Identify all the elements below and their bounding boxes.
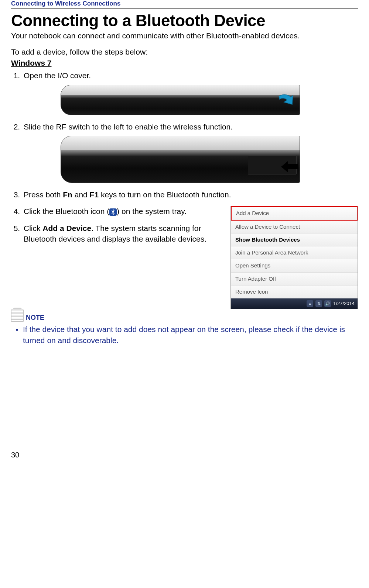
intro-paragraph: Your notebook can connect and communicat… xyxy=(11,31,358,41)
step-3: Press both Fn and F1 keys to turn on the… xyxy=(22,190,358,200)
tray-volume-icon[interactable]: 🔊 xyxy=(324,300,331,307)
taskbar-date: 1/27/2014 xyxy=(333,300,355,307)
note-icon xyxy=(11,309,24,322)
step-5-bold: Add a Device xyxy=(42,224,91,232)
step-1-text: Open the I/O cover. xyxy=(24,71,91,80)
note-block: NOTE If the device that you want to add … xyxy=(11,309,358,346)
os-heading: Windows 7 xyxy=(11,59,358,68)
menu-remove-icon[interactable]: Remove Icon xyxy=(231,286,358,298)
notebook-switch-image xyxy=(61,136,300,183)
page-title: Connecting to a Bluetooth Device xyxy=(11,11,358,30)
step-3-mid: and xyxy=(72,190,90,199)
taskbar: ▲ ⇅ 🔊 1/27/2014 xyxy=(231,298,358,309)
arrow-left-icon xyxy=(280,160,299,173)
key-fn: Fn xyxy=(63,190,72,199)
bluetooth-icon xyxy=(109,208,117,216)
note-header: NOTE xyxy=(11,309,358,322)
menu-add-device[interactable]: Add a Device xyxy=(231,206,358,220)
page-footer: 30 xyxy=(11,449,358,459)
step-3-post: keys to turn on the Bluetooth function. xyxy=(99,190,231,199)
step-5-pre: Click xyxy=(24,224,42,232)
menu-open-settings[interactable]: Open Settings xyxy=(231,259,358,272)
step-4: Add a Device Allow a Device to Connect S… xyxy=(22,206,358,217)
menu-show-devices[interactable]: Show Bluetooth Devices xyxy=(231,234,358,246)
figure-io-cover xyxy=(61,85,358,115)
note-list: If the device that you want to add does … xyxy=(11,324,358,346)
tray-expand-icon[interactable]: ▲ xyxy=(307,300,313,307)
note-label: NOTE xyxy=(26,314,44,322)
step-2-text: Slide the RF switch to the left to enabl… xyxy=(24,122,233,131)
arrow-down-icon xyxy=(277,93,296,110)
step-3-pre: Press both xyxy=(24,190,63,199)
bluetooth-context-menu: Add a Device Allow a Device to Connect S… xyxy=(230,206,358,309)
tray-network-icon[interactable]: ⇅ xyxy=(315,300,322,307)
page-number: 30 xyxy=(11,451,19,459)
step-2: Slide the RF switch to the left to enabl… xyxy=(22,122,358,183)
step-1: Open the I/O cover. xyxy=(22,70,358,115)
lead-in-text: To add a device, follow the steps below: xyxy=(11,48,358,56)
menu-turn-off[interactable]: Turn Adapter Off xyxy=(231,273,358,286)
section-header: Connecting to Wireless Connections xyxy=(11,0,358,8)
step-4-post: ) on the system tray. xyxy=(117,207,187,215)
note-item: If the device that you want to add does … xyxy=(23,324,358,346)
key-f1: F1 xyxy=(90,190,99,199)
step-4-pre: Click the Bluetooth icon ( xyxy=(24,207,109,215)
notebook-side-image xyxy=(61,85,300,115)
menu-allow-connect[interactable]: Allow a Device to Connect xyxy=(231,221,358,234)
menu-join-pan[interactable]: Join a Personal Area Network xyxy=(231,246,358,259)
figure-rf-switch xyxy=(61,136,358,183)
